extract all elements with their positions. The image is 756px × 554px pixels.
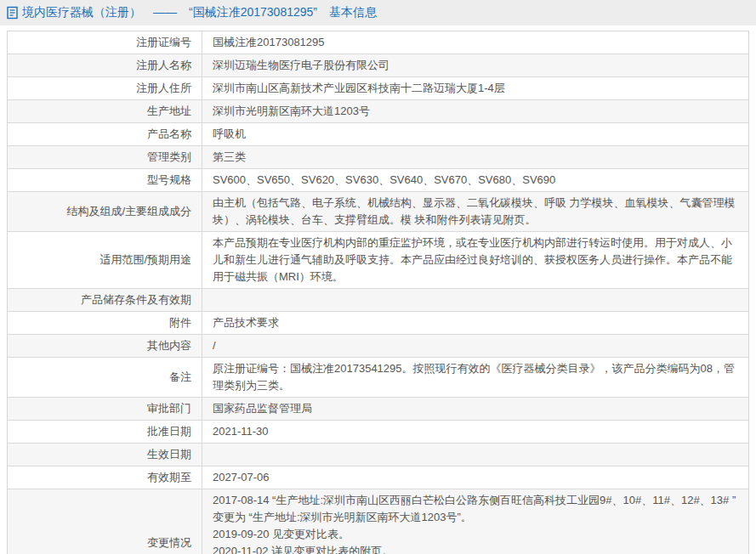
row-label: 注册证编号 xyxy=(8,31,202,54)
row-value: 国家药品监督管理局 xyxy=(202,398,748,420)
table-row-change-history: 变更情况 2017-08-14 “生产地址:深圳市南山区西丽白芒松白公路东侧百旺… xyxy=(8,489,748,554)
row-value: 深圳市南山区高新技术产业园区科技南十二路迈瑞大厦1-4层 xyxy=(202,77,748,99)
row-label: 变更情况 xyxy=(8,489,202,554)
table-row-registrant-address: 注册人住所 深圳市南山区高新技术产业园区科技南十二路迈瑞大厦1-4层 xyxy=(8,77,748,100)
row-value: 产品技术要求 xyxy=(202,312,748,334)
row-label: 适用范围/预期用途 xyxy=(8,232,202,288)
row-label: 备注 xyxy=(8,358,202,397)
row-value: 2021-11-30 xyxy=(202,421,748,443)
row-label: 注册人名称 xyxy=(8,54,202,76)
row-value: 本产品预期在专业医疗机构内部的重症监护环境，或在专业医疗机构内部进行转运时使用。… xyxy=(202,232,748,288)
row-label: 型号规格 xyxy=(8,169,202,191)
row-label: 其他内容 xyxy=(8,335,202,357)
registration-info-table: 注册证编号 国械注准20173081295 注册人名称 深圳迈瑞生物医疗电子股份… xyxy=(7,31,749,554)
row-value: 第三类 xyxy=(202,146,748,168)
table-row-registration-no: 注册证编号 国械注准20173081295 xyxy=(8,31,748,54)
table-row-intended-use: 适用范围/预期用途 本产品预期在专业医疗机构内部的重症监护环境，或在专业医疗机构… xyxy=(8,232,748,289)
row-value: 深圳市光明新区南环大道1203号 xyxy=(202,100,748,122)
page-header: 境内医疗器械（注册） —— “国械注准20173081295” 基本信息 xyxy=(0,0,756,25)
row-label: 有效期至 xyxy=(8,466,202,489)
row-value: / xyxy=(202,335,748,357)
row-label: 产品名称 xyxy=(8,123,202,145)
table-row-remarks: 备注 原注册证编号：国械注准20173541295。按照现行有效的《医疗器械分类… xyxy=(8,358,748,398)
row-value: SV600、SV650、SV620、SV630、SV640、SV670、SV68… xyxy=(202,169,748,191)
table-row-other-content: 其他内容 / xyxy=(8,335,748,358)
row-value: 呼吸机 xyxy=(202,123,748,145)
table-row-management-class: 管理类别 第三类 xyxy=(8,146,748,169)
table-row-model-spec: 型号规格 SV600、SV650、SV620、SV630、SV640、SV670… xyxy=(8,169,748,192)
row-label: 结构及组成/主要组成成分 xyxy=(8,192,202,231)
row-value: 原注册证编号：国械注准20173541295。按照现行有效的《医疗器械分类目录》… xyxy=(202,358,748,397)
row-label: 产品储存条件及有效期 xyxy=(8,289,202,311)
row-value xyxy=(202,444,748,466)
row-value: 深圳迈瑞生物医疗电子股份有限公司 xyxy=(202,54,748,76)
table-row-product-name: 产品名称 呼吸机 xyxy=(8,123,748,146)
row-label: 批准日期 xyxy=(8,421,202,443)
row-value: 2017-08-14 “生产地址:深圳市南山区西丽白芒松白公路东侧百旺信高科技工… xyxy=(202,489,748,554)
row-label: 附件 xyxy=(8,312,202,334)
table-row-attachment: 附件 产品技术要求 xyxy=(8,312,748,335)
table-row-production-address: 生产地址 深圳市光明新区南环大道1203号 xyxy=(8,100,748,123)
row-label: 审批部门 xyxy=(8,398,202,420)
row-label: 生产地址 xyxy=(8,100,202,122)
row-value xyxy=(202,289,748,311)
row-label: 生效日期 xyxy=(8,444,202,466)
table-row-approval-department: 审批部门 国家药品监督管理局 xyxy=(8,398,748,421)
document-icon xyxy=(7,6,18,20)
row-label: 管理类别 xyxy=(8,146,202,168)
row-value: 由主机（包括气路、电子系统、机械结构、显示器、二氧化碳模块、呼吸 力学模块、血氧… xyxy=(202,192,748,231)
table-row-approval-date: 批准日期 2021-11-30 xyxy=(8,421,748,444)
table-row-structure-composition: 结构及组成/主要组成成分 由主机（包括气路、电子系统、机械结构、显示器、二氧化碳… xyxy=(8,192,748,232)
table-row-registrant-name: 注册人名称 深圳迈瑞生物医疗电子股份有限公司 xyxy=(8,54,748,77)
row-value: 2027-07-06 xyxy=(202,466,748,489)
table-row-valid-until: 有效期至 2027-07-06 xyxy=(8,466,748,489)
row-label: 注册人住所 xyxy=(8,77,202,99)
page-title: 境内医疗器械（注册） —— “国械注准20173081295” 基本信息 xyxy=(22,5,377,20)
table-row-effective-date: 生效日期 xyxy=(8,444,748,466)
row-value: 国械注准20173081295 xyxy=(202,31,748,54)
table-row-storage-validity: 产品储存条件及有效期 xyxy=(8,289,748,312)
